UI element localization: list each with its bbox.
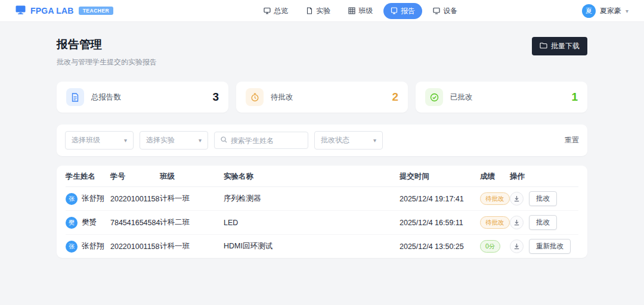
user-menu[interactable]: 夏 夏家豪 ▾ [582, 4, 628, 18]
col-student-name: 学生姓名 [66, 166, 110, 186]
reports-table: 学生姓名 学号 班级 实验名称 提交时间 成绩 操作 张 张舒翔 2022010… [57, 166, 587, 258]
nav-item-classes[interactable]: 班级 [341, 3, 380, 19]
col-actions: 操作 [510, 166, 578, 186]
student-name: 张舒翔 [82, 194, 104, 204]
experiment-name: HDMI回环测试 [224, 237, 400, 256]
stat-label: 待批改 [271, 92, 293, 102]
col-experiment: 实验名称 [224, 166, 400, 186]
submit-time: 2025/12/4 13:50:25 [400, 238, 480, 255]
col-class: 班级 [160, 166, 224, 186]
stat-card-graded: 已批改 1 [416, 82, 587, 113]
device-icon [433, 7, 440, 14]
student-name: 樊赟 [82, 217, 97, 228]
download-report-button[interactable] [510, 216, 524, 229]
user-name: 夏家豪 [600, 6, 621, 16]
chevron-down-icon: ▾ [626, 8, 628, 14]
report-management-page: 报告管理 批改与管理学生提交的实验报告 批量下载 总报告数 3 待批改 2 [57, 22, 587, 258]
student-id: 202201001158 [110, 191, 160, 207]
download-report-button[interactable] [510, 239, 524, 253]
table-row: 樊 樊赟 784541654584 计科二班 LED 2025/12/4 16:… [66, 211, 578, 235]
batch-download-button[interactable]: 批量下载 [532, 37, 587, 55]
student-avatar: 樊 [66, 217, 78, 229]
search-icon [221, 136, 227, 145]
clock-icon [246, 88, 264, 106]
student-name: 张舒翔 [82, 241, 104, 251]
grade-badge: 待批改 [480, 192, 510, 206]
stat-card-total-reports: 总报告数 3 [57, 82, 228, 113]
brand-title: FPGA LAB [30, 6, 74, 15]
student-search-input[interactable] [231, 136, 302, 145]
folder-icon [540, 42, 547, 51]
table-row: 张 张舒翔 202201001158 计科一班 HDMI回环测试 2025/12… [66, 235, 578, 258]
monitor-logo-icon [16, 5, 26, 16]
class-select[interactable]: 选择班级 ▾ [65, 131, 134, 150]
experiment-name: 序列检测器 [224, 189, 400, 208]
nav-item-devices[interactable]: 设备 [426, 3, 465, 19]
class-name: 计科一班 [160, 189, 224, 208]
student-search[interactable] [214, 132, 308, 149]
chevron-down-icon: ▾ [199, 137, 202, 144]
student-id: 202201001158 [110, 238, 160, 255]
nav-item-experiments[interactable]: 实验 [299, 3, 338, 19]
submit-time: 2025/12/4 19:17:41 [400, 191, 480, 207]
table-header-row: 学生姓名 学号 班级 实验名称 提交时间 成绩 操作 [66, 166, 578, 187]
submit-time: 2025/12/4 16:59:11 [400, 214, 480, 231]
experiment-select[interactable]: 选择实验 ▾ [140, 131, 208, 150]
reset-filters-button[interactable]: 重置 [565, 135, 579, 145]
stat-value: 1 [571, 91, 578, 104]
grade-badge: 0分 [480, 240, 500, 253]
monitor-icon [264, 7, 271, 14]
chevron-down-icon: ▾ [373, 137, 376, 144]
role-badge: TEACHER [79, 7, 114, 15]
col-grade: 成绩 [480, 166, 510, 186]
document-icon [66, 88, 84, 106]
regrade-button[interactable]: 重新批改 [529, 239, 571, 254]
stat-label: 已批改 [450, 92, 473, 102]
grade-button[interactable]: 批改 [529, 215, 557, 230]
grid-icon [348, 7, 355, 14]
download-icon [513, 243, 520, 250]
class-name: 计科二班 [160, 213, 224, 232]
nav-item-reports[interactable]: 报告 [383, 3, 422, 19]
stat-value: 3 [212, 91, 219, 104]
stat-label: 总报告数 [91, 92, 121, 102]
download-icon [513, 195, 520, 202]
col-submitted: 提交时间 [400, 166, 480, 186]
student-avatar: 张 [66, 193, 78, 205]
status-select[interactable]: 批改状态 ▾ [314, 131, 383, 150]
main-nav: 总览 实验 班级 报告 设备 [256, 3, 465, 19]
page-title: 报告管理 [57, 37, 157, 52]
filter-bar: 选择班级 ▾ 选择实验 ▾ 批改状态 ▾ 重置 [57, 125, 587, 156]
top-navbar: FPGA LAB TEACHER 总览 实验 班级 报告 设备 夏 夏家豪 ▾ [0, 0, 644, 22]
stat-value: 2 [392, 91, 398, 104]
student-avatar: 张 [66, 241, 78, 253]
user-avatar: 夏 [582, 4, 596, 18]
download-icon [513, 219, 520, 226]
class-name: 计科一班 [160, 237, 224, 256]
col-student-id: 学号 [110, 166, 160, 186]
file-icon [306, 7, 313, 14]
stat-cards: 总报告数 3 待批改 2 已批改 1 [57, 82, 587, 113]
student-id: 784541654584 [110, 214, 160, 231]
stat-card-pending: 待批改 2 [236, 82, 408, 113]
download-report-button[interactable] [510, 192, 524, 206]
table-row: 张 张舒翔 202201001158 计科一班 序列检测器 2025/12/4 … [66, 187, 578, 211]
nav-item-overview[interactable]: 总览 [256, 3, 295, 19]
report-icon [391, 7, 398, 14]
chevron-down-icon: ▾ [124, 137, 127, 144]
check-circle-icon [425, 88, 443, 106]
experiment-name: LED [224, 214, 400, 231]
grade-badge: 待批改 [480, 216, 510, 229]
page-subtitle: 批改与管理学生提交的实验报告 [57, 57, 157, 67]
brand: FPGA LAB TEACHER [16, 5, 113, 16]
grade-button[interactable]: 批改 [529, 191, 557, 206]
